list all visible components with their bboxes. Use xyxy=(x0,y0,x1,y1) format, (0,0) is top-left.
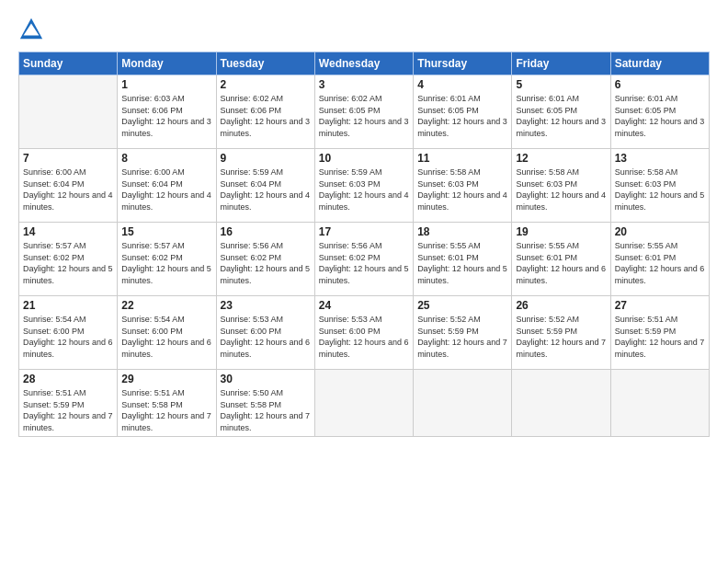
day-info: Sunrise: 5:58 AMSunset: 6:03 PMDaylight:… xyxy=(516,167,606,213)
day-cell xyxy=(414,370,512,437)
day-cell: 20 Sunrise: 5:55 AMSunset: 6:01 PMDaylig… xyxy=(610,223,709,296)
page: SundayMondayTuesdayWednesdayThursdayFrid… xyxy=(0,0,728,563)
day-cell: 3 Sunrise: 6:02 AMSunset: 6:05 PMDayligh… xyxy=(314,75,413,149)
day-info: Sunrise: 6:02 AMSunset: 6:05 PMDaylight:… xyxy=(319,93,409,139)
day-number: 2 xyxy=(221,78,311,91)
day-number: 20 xyxy=(615,225,705,238)
day-cell xyxy=(314,370,413,437)
day-cell xyxy=(512,370,610,437)
day-cell: 24 Sunrise: 5:53 AMSunset: 6:00 PMDaylig… xyxy=(314,296,413,370)
week-row-1: 1 Sunrise: 6:03 AMSunset: 6:06 PMDayligh… xyxy=(19,75,710,149)
day-cell: 6 Sunrise: 6:01 AMSunset: 6:05 PMDayligh… xyxy=(610,75,709,149)
day-info: Sunrise: 5:54 AMSunset: 6:00 PMDaylight:… xyxy=(23,314,113,360)
day-cell: 21 Sunrise: 5:54 AMSunset: 6:00 PMDaylig… xyxy=(19,296,118,370)
day-info: Sunrise: 5:57 AMSunset: 6:02 PMDaylight:… xyxy=(121,240,211,286)
day-info: Sunrise: 5:51 AMSunset: 5:59 PMDaylight:… xyxy=(615,314,705,360)
day-info: Sunrise: 5:58 AMSunset: 6:03 PMDaylight:… xyxy=(615,167,705,213)
day-info: Sunrise: 5:50 AMSunset: 5:58 PMDaylight:… xyxy=(221,387,311,433)
day-number: 14 xyxy=(23,225,113,238)
day-cell: 10 Sunrise: 5:59 AMSunset: 6:03 PMDaylig… xyxy=(314,149,413,223)
day-cell: 28 Sunrise: 5:51 AMSunset: 5:59 PMDaylig… xyxy=(19,370,118,437)
day-number: 5 xyxy=(516,78,606,91)
day-cell: 25 Sunrise: 5:52 AMSunset: 5:59 PMDaylig… xyxy=(414,296,512,370)
day-info: Sunrise: 5:56 AMSunset: 6:02 PMDaylight:… xyxy=(319,240,409,286)
day-number: 3 xyxy=(319,78,409,91)
day-info: Sunrise: 5:55 AMSunset: 6:01 PMDaylight:… xyxy=(615,240,705,286)
day-info: Sunrise: 6:01 AMSunset: 6:05 PMDaylight:… xyxy=(516,93,606,139)
day-info: Sunrise: 5:59 AMSunset: 6:03 PMDaylight:… xyxy=(319,167,409,213)
weekday-sunday: Sunday xyxy=(19,52,118,75)
day-info: Sunrise: 6:00 AMSunset: 6:04 PMDaylight:… xyxy=(23,167,113,213)
logo xyxy=(18,17,48,42)
day-info: Sunrise: 5:51 AMSunset: 5:58 PMDaylight:… xyxy=(121,387,211,433)
weekday-thursday: Thursday xyxy=(414,52,512,75)
day-info: Sunrise: 5:53 AMSunset: 6:00 PMDaylight:… xyxy=(319,314,409,360)
day-cell: 26 Sunrise: 5:52 AMSunset: 5:59 PMDaylig… xyxy=(512,296,610,370)
day-info: Sunrise: 5:56 AMSunset: 6:02 PMDaylight:… xyxy=(221,240,311,286)
day-number: 25 xyxy=(417,299,507,312)
day-number: 1 xyxy=(121,78,211,91)
weekday-friday: Friday xyxy=(512,52,610,75)
day-cell: 7 Sunrise: 6:00 AMSunset: 6:04 PMDayligh… xyxy=(19,149,118,223)
day-cell: 16 Sunrise: 5:56 AMSunset: 6:02 PMDaylig… xyxy=(216,223,314,296)
day-cell: 5 Sunrise: 6:01 AMSunset: 6:05 PMDayligh… xyxy=(512,75,610,149)
day-info: Sunrise: 5:58 AMSunset: 6:03 PMDaylight:… xyxy=(417,167,507,213)
day-cell: 8 Sunrise: 6:00 AMSunset: 6:04 PMDayligh… xyxy=(118,149,216,223)
weekday-tuesday: Tuesday xyxy=(216,52,314,75)
day-info: Sunrise: 6:01 AMSunset: 6:05 PMDaylight:… xyxy=(417,93,507,139)
week-row-4: 21 Sunrise: 5:54 AMSunset: 6:00 PMDaylig… xyxy=(19,296,710,370)
logo-icon xyxy=(18,17,44,42)
day-cell: 18 Sunrise: 5:55 AMSunset: 6:01 PMDaylig… xyxy=(414,223,512,296)
day-info: Sunrise: 6:00 AMSunset: 6:04 PMDaylight:… xyxy=(121,167,211,213)
day-number: 9 xyxy=(221,152,311,165)
day-number: 24 xyxy=(319,299,409,312)
day-cell: 1 Sunrise: 6:03 AMSunset: 6:06 PMDayligh… xyxy=(118,75,216,149)
day-number: 7 xyxy=(23,152,113,165)
day-number: 22 xyxy=(121,299,211,312)
day-info: Sunrise: 5:53 AMSunset: 6:00 PMDaylight:… xyxy=(221,314,311,360)
day-number: 18 xyxy=(417,225,507,238)
day-cell: 12 Sunrise: 5:58 AMSunset: 6:03 PMDaylig… xyxy=(512,149,610,223)
day-cell: 14 Sunrise: 5:57 AMSunset: 6:02 PMDaylig… xyxy=(19,223,118,296)
day-info: Sunrise: 5:55 AMSunset: 6:01 PMDaylight:… xyxy=(417,240,507,286)
calendar: SundayMondayTuesdayWednesdayThursdayFrid… xyxy=(18,52,710,437)
day-info: Sunrise: 6:02 AMSunset: 6:06 PMDaylight:… xyxy=(221,93,311,139)
day-number: 12 xyxy=(516,152,606,165)
day-cell: 27 Sunrise: 5:51 AMSunset: 5:59 PMDaylig… xyxy=(610,296,709,370)
day-number: 21 xyxy=(23,299,113,312)
day-info: Sunrise: 6:01 AMSunset: 6:05 PMDaylight:… xyxy=(615,93,705,139)
day-number: 6 xyxy=(615,78,705,91)
day-cell: 13 Sunrise: 5:58 AMSunset: 6:03 PMDaylig… xyxy=(610,149,709,223)
day-number: 19 xyxy=(516,225,606,238)
day-info: Sunrise: 5:59 AMSunset: 6:04 PMDaylight:… xyxy=(221,167,311,213)
day-number: 11 xyxy=(417,152,507,165)
day-cell: 2 Sunrise: 6:02 AMSunset: 6:06 PMDayligh… xyxy=(216,75,314,149)
day-cell: 23 Sunrise: 5:53 AMSunset: 6:00 PMDaylig… xyxy=(216,296,314,370)
day-info: Sunrise: 5:52 AMSunset: 5:59 PMDaylight:… xyxy=(516,314,606,360)
day-number: 23 xyxy=(221,299,311,312)
day-cell: 22 Sunrise: 5:54 AMSunset: 6:00 PMDaylig… xyxy=(118,296,216,370)
day-number: 13 xyxy=(615,152,705,165)
weekday-monday: Monday xyxy=(118,52,216,75)
day-number: 29 xyxy=(121,373,211,385)
day-info: Sunrise: 5:54 AMSunset: 6:00 PMDaylight:… xyxy=(121,314,211,360)
week-row-5: 28 Sunrise: 5:51 AMSunset: 5:59 PMDaylig… xyxy=(19,370,710,437)
day-number: 28 xyxy=(23,373,113,385)
day-number: 26 xyxy=(516,299,606,312)
day-number: 16 xyxy=(221,225,311,238)
day-cell: 17 Sunrise: 5:56 AMSunset: 6:02 PMDaylig… xyxy=(314,223,413,296)
week-row-3: 14 Sunrise: 5:57 AMSunset: 6:02 PMDaylig… xyxy=(19,223,710,296)
day-cell: 29 Sunrise: 5:51 AMSunset: 5:58 PMDaylig… xyxy=(118,370,216,437)
day-cell: 4 Sunrise: 6:01 AMSunset: 6:05 PMDayligh… xyxy=(414,75,512,149)
day-number: 17 xyxy=(319,225,409,238)
week-row-2: 7 Sunrise: 6:00 AMSunset: 6:04 PMDayligh… xyxy=(19,149,710,223)
day-number: 30 xyxy=(221,373,311,385)
day-number: 10 xyxy=(319,152,409,165)
day-cell xyxy=(19,75,118,149)
day-number: 27 xyxy=(615,299,705,312)
day-info: Sunrise: 6:03 AMSunset: 6:06 PMDaylight:… xyxy=(121,93,211,139)
day-number: 15 xyxy=(121,225,211,238)
day-number: 4 xyxy=(417,78,507,91)
weekday-saturday: Saturday xyxy=(610,52,709,75)
day-info: Sunrise: 5:57 AMSunset: 6:02 PMDaylight:… xyxy=(23,240,113,286)
